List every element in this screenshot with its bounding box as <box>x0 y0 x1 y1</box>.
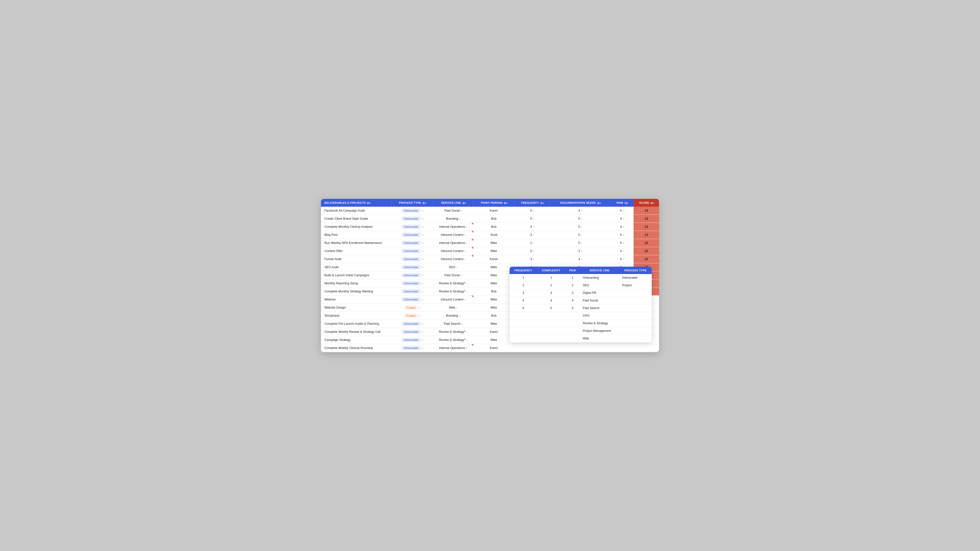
pain-dropdown-arrow[interactable]: ▾ <box>623 258 624 260</box>
filter-icon-freq[interactable]: ≡ <box>540 202 543 204</box>
freq-dropdown-arrow[interactable]: ▾ <box>533 210 534 212</box>
cell-name: Create Client Brand Style Guide <box>321 215 391 223</box>
type-dropdown-arrow[interactable]: ▾ <box>422 226 423 228</box>
col-header-deliverables[interactable]: DELIVERABLES & PROJECTS ≡ <box>321 199 391 207</box>
type-dropdown-arrow[interactable]: ▾ <box>422 258 423 260</box>
pain-dropdown-arrow[interactable]: ▾ <box>623 242 624 245</box>
type-dropdown-arrow[interactable]: ▾ <box>422 266 423 268</box>
filter-icon-score[interactable]: ≡ <box>651 202 654 204</box>
cell-doc: 3 ▾ <box>550 247 610 255</box>
cell-service: Internal Operations ▾ <box>433 344 473 352</box>
type-dropdown-arrow[interactable]: ▾ <box>422 274 423 277</box>
cell-freq <box>514 344 550 352</box>
freq-dropdown-arrow[interactable]: ▾ <box>533 242 534 245</box>
popup-cell-service: SEO <box>580 282 619 289</box>
service-dropdown-arrow[interactable]: ▾ <box>465 234 466 236</box>
cell-type: Deliverable ▾ <box>391 239 433 247</box>
cell-freq: 5 ▾ <box>514 247 550 255</box>
col-header-service[interactable]: SERVICE LINE ≡ <box>433 199 473 207</box>
cell-type: Deliverable ▾ <box>391 320 433 328</box>
filter-icon-process[interactable]: ≡ <box>422 202 425 204</box>
service-dropdown-arrow[interactable]: ▾ <box>466 331 468 333</box>
popup-cell-service: Digital PR <box>580 289 619 297</box>
service-dropdown-arrow[interactable]: ▾ <box>461 274 462 277</box>
filter-icon-pain[interactable]: ≡ <box>625 202 627 204</box>
service-dropdown-arrow[interactable]: ▾ <box>466 242 467 245</box>
service-dropdown-arrow[interactable]: ▾ <box>456 306 457 309</box>
service-dropdown-arrow[interactable]: ▾ <box>466 226 467 228</box>
freq-dropdown-arrow[interactable]: ▾ <box>533 218 534 220</box>
service-dropdown-arrow[interactable]: ▾ <box>466 291 468 293</box>
service-dropdown-arrow[interactable]: ▾ <box>461 210 462 212</box>
type-dropdown-arrow[interactable]: ▾ <box>422 291 423 293</box>
doc-dropdown-arrow[interactable]: ▾ <box>581 250 582 252</box>
cell-type: Deliverable ▾ <box>391 207 433 215</box>
freq-dropdown-arrow[interactable]: ▾ <box>533 234 534 236</box>
col-header-doc[interactable]: DOCUMENTATION NEEDS ≡ <box>550 199 610 207</box>
col-header-score[interactable]: SCORE ≡ <box>633 199 659 207</box>
service-dropdown-arrow[interactable]: ▾ <box>456 266 457 268</box>
doc-dropdown-arrow[interactable]: ▾ <box>581 242 582 245</box>
col-header-point[interactable]: POINT PERSON ≡ <box>473 199 514 207</box>
cell-person: Mike <box>473 304 514 312</box>
popup-header-service: SERVICE LINE <box>580 267 619 274</box>
filter-icon-deliverables[interactable]: ≡ <box>367 202 370 204</box>
popup-cell-pain <box>565 312 580 319</box>
popup-cell-pain: 5 <box>565 304 580 312</box>
col-header-pain[interactable]: PAIN ≡ <box>610 199 634 207</box>
col-header-freq[interactable]: FREQUENCY ≡ <box>514 199 550 207</box>
type-dropdown-arrow[interactable]: ▾ <box>422 218 423 220</box>
cell-name: Storybrand <box>321 312 391 320</box>
cell-doc: 5 ▾ <box>550 215 610 223</box>
service-dropdown-arrow[interactable]: ▾ <box>465 299 466 301</box>
filter-icon-point[interactable]: ≡ <box>504 202 507 204</box>
type-dropdown-arrow[interactable]: ▾ <box>422 299 423 301</box>
freq-dropdown-arrow[interactable]: ▾ <box>533 226 534 228</box>
type-dropdown-arrow[interactable]: ▾ <box>422 234 423 236</box>
service-dropdown-arrow[interactable]: ▾ <box>465 250 466 252</box>
popup-cell-pain <box>565 319 580 327</box>
cell-person: Mike <box>473 336 514 344</box>
type-dropdown-arrow[interactable]: ▾ <box>420 306 421 309</box>
popup-cell-freq <box>510 335 537 342</box>
freq-dropdown-arrow[interactable]: ▾ <box>533 258 534 260</box>
filter-icon-service[interactable]: ≡ <box>462 202 465 204</box>
type-dropdown-arrow[interactable]: ▾ <box>422 210 423 212</box>
service-dropdown-arrow[interactable]: ▾ <box>459 218 460 220</box>
cell-person: Bob <box>473 312 514 320</box>
doc-dropdown-arrow[interactable]: ▾ <box>581 226 582 228</box>
type-dropdown-arrow[interactable]: ▾ <box>422 242 423 245</box>
cell-service: Paid Social ▾ <box>433 272 473 279</box>
freq-dropdown-arrow[interactable]: ▾ <box>533 250 534 252</box>
pain-dropdown-arrow[interactable]: ▾ <box>623 218 624 220</box>
doc-dropdown-arrow[interactable]: ▾ <box>581 258 582 260</box>
popup-cell-process <box>619 312 652 319</box>
service-dropdown-arrow[interactable]: ▾ <box>466 339 468 341</box>
service-dropdown-arrow[interactable]: ▾ <box>461 323 463 325</box>
service-dropdown-arrow[interactable]: ▾ <box>459 315 460 317</box>
pain-dropdown-arrow[interactable]: ▾ <box>623 226 624 228</box>
doc-dropdown-arrow[interactable]: ▾ <box>581 234 582 236</box>
service-dropdown-arrow[interactable]: ▾ <box>466 347 467 349</box>
type-dropdown-arrow[interactable]: ▾ <box>422 250 423 252</box>
pain-dropdown-arrow[interactable]: ▾ <box>623 210 624 212</box>
col-header-process[interactable]: PROCESS TYPE ≡ <box>391 199 433 207</box>
pain-dropdown-arrow[interactable]: ▾ <box>623 250 624 252</box>
service-dropdown-arrow[interactable]: ▾ <box>465 258 466 260</box>
doc-dropdown-arrow[interactable]: ▾ <box>581 218 582 220</box>
table-row: Complete Weekly ClickUp RoundupDeliverab… <box>321 344 659 352</box>
type-dropdown-arrow[interactable]: ▾ <box>422 323 423 325</box>
cell-doc: 4 ▾ <box>550 207 610 215</box>
type-dropdown-arrow[interactable]: ▾ <box>422 331 423 333</box>
type-dropdown-arrow[interactable]: ▾ <box>420 315 421 317</box>
filter-icon-doc[interactable]: ≡ <box>597 202 600 204</box>
cell-type: Deliverable ▾ <box>391 344 433 352</box>
type-dropdown-arrow[interactable]: ▾ <box>422 283 423 285</box>
service-dropdown-arrow[interactable]: ▾ <box>466 283 468 285</box>
pain-dropdown-arrow[interactable]: ▾ <box>623 234 624 236</box>
cell-doc: 5 ▾ <box>550 239 610 247</box>
type-dropdown-arrow[interactable]: ▾ <box>422 347 423 349</box>
type-dropdown-arrow[interactable]: ▾ <box>422 339 423 341</box>
cell-service: Paid Search ▾ <box>433 320 473 328</box>
doc-dropdown-arrow[interactable]: ▾ <box>581 210 582 212</box>
